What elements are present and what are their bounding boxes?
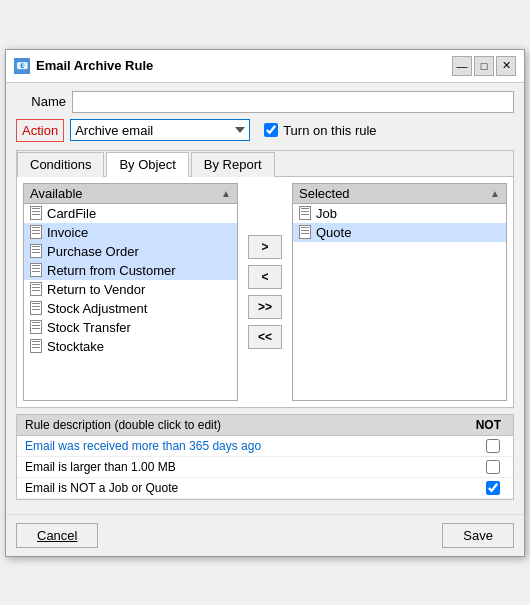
available-item-return-vendor: Return to Vendor (47, 282, 145, 297)
turn-on-row: Turn on this rule (264, 123, 376, 138)
maximize-button[interactable]: □ (474, 56, 494, 76)
doc-icon (30, 301, 42, 315)
action-row: Action Archive email Turn on this rule (16, 119, 514, 142)
tabs-section: Conditions By Object By Report Available… (16, 150, 514, 408)
selected-item-job: Job (316, 206, 337, 221)
cancel-button[interactable]: Cancel (16, 523, 98, 548)
rule-label-0: Email was received more than 365 days ag… (25, 439, 261, 453)
turn-on-label: Turn on this rule (283, 123, 376, 138)
not-header-label: NOT (476, 418, 501, 432)
list-item[interactable]: Stock Transfer (24, 318, 237, 337)
tab-content: Available ▲ CardFile Invoice (17, 177, 513, 407)
list-item[interactable]: Invoice (24, 223, 237, 242)
available-list-panel: Available ▲ CardFile Invoice (23, 183, 238, 401)
name-input[interactable] (72, 91, 514, 113)
rule-row[interactable]: Email was received more than 365 days ag… (17, 436, 513, 457)
rule-not-cell-0 (481, 439, 505, 453)
tab-by-report[interactable]: By Report (191, 152, 275, 177)
available-item-stock-adj: Stock Adjustment (47, 301, 147, 316)
window-icon: 📧 (14, 58, 30, 74)
title-bar-left: 📧 Email Archive Rule (14, 58, 153, 74)
name-label: Name (16, 94, 66, 109)
minimize-button[interactable]: — (452, 56, 472, 76)
available-item-invoice: Invoice (47, 225, 88, 240)
name-row: Name (16, 91, 514, 113)
action-label-box: Action (16, 119, 64, 142)
action-label: Action (22, 123, 58, 138)
available-list-header: Available ▲ (23, 183, 238, 203)
move-left-button[interactable]: < (248, 265, 282, 289)
selected-list-box[interactable]: Job Quote (292, 203, 507, 401)
rules-header: Rule description (double click to edit) … (17, 415, 513, 436)
rule-not-cell-2 (481, 481, 505, 495)
available-sort-icon: ▲ (221, 188, 231, 199)
rule-not-checkbox-1[interactable] (486, 460, 500, 474)
selected-list-panel: Selected ▲ Job Quote (292, 183, 507, 401)
list-item[interactable]: Return to Vendor (24, 280, 237, 299)
available-header-label: Available (30, 186, 83, 201)
list-item[interactable]: Purchase Order (24, 242, 237, 261)
rule-label-1: Email is larger than 1.00 MB (25, 460, 176, 474)
rules-header-label: Rule description (double click to edit) (25, 418, 221, 432)
close-button[interactable]: ✕ (496, 56, 516, 76)
cancel-label: Cancel (37, 528, 77, 543)
doc-icon (30, 263, 42, 277)
list-item[interactable]: Stocktake (24, 337, 237, 356)
action-select[interactable]: Archive email (70, 119, 250, 141)
rule-row[interactable]: Email is NOT a Job or Quote (17, 478, 513, 499)
list-item[interactable]: Quote (293, 223, 506, 242)
footer: Cancel Save (6, 514, 524, 556)
selected-header-label: Selected (299, 186, 350, 201)
tab-bar: Conditions By Object By Report (17, 151, 513, 177)
window-controls: — □ ✕ (452, 56, 516, 76)
available-item-purchase-order: Purchase Order (47, 244, 139, 259)
rule-label-2: Email is NOT a Job or Quote (25, 481, 178, 495)
move-right-button[interactable]: > (248, 235, 282, 259)
rules-section: Rule description (double click to edit) … (16, 414, 514, 500)
doc-icon (30, 282, 42, 296)
rule-row[interactable]: Email is larger than 1.00 MB (17, 457, 513, 478)
save-button[interactable]: Save (442, 523, 514, 548)
main-content: Name Action Archive email Turn on this r… (6, 83, 524, 508)
rule-not-checkbox-2[interactable] (486, 481, 500, 495)
selected-sort-icon: ▲ (490, 188, 500, 199)
doc-icon (30, 225, 42, 239)
available-item-stock-transfer: Stock Transfer (47, 320, 131, 335)
tab-by-object[interactable]: By Object (106, 152, 188, 177)
title-bar: 📧 Email Archive Rule — □ ✕ (6, 50, 524, 83)
selected-item-quote: Quote (316, 225, 351, 240)
email-archive-rule-window: 📧 Email Archive Rule — □ ✕ Name Action A… (5, 49, 525, 557)
doc-icon (30, 206, 42, 220)
doc-icon (299, 206, 311, 220)
list-item[interactable]: Return from Customer (24, 261, 237, 280)
available-list-box[interactable]: CardFile Invoice Purchase Order Ret (23, 203, 238, 401)
available-item-return-customer: Return from Customer (47, 263, 176, 278)
doc-icon (30, 320, 42, 334)
move-all-left-button[interactable]: << (248, 325, 282, 349)
transfer-buttons: > < >> << (244, 183, 286, 401)
selected-list-header: Selected ▲ (292, 183, 507, 203)
doc-icon (30, 244, 42, 258)
list-item[interactable]: CardFile (24, 204, 237, 223)
tab-conditions[interactable]: Conditions (17, 152, 104, 177)
list-item[interactable]: Job (293, 204, 506, 223)
turn-on-checkbox[interactable] (264, 123, 278, 137)
window-title: Email Archive Rule (36, 58, 153, 73)
doc-icon (299, 225, 311, 239)
list-item[interactable]: Stock Adjustment (24, 299, 237, 318)
available-item-stocktake: Stocktake (47, 339, 104, 354)
available-item-cardfile: CardFile (47, 206, 96, 221)
rule-not-checkbox-0[interactable] (486, 439, 500, 453)
move-all-right-button[interactable]: >> (248, 295, 282, 319)
rule-not-cell-1 (481, 460, 505, 474)
doc-icon (30, 339, 42, 353)
